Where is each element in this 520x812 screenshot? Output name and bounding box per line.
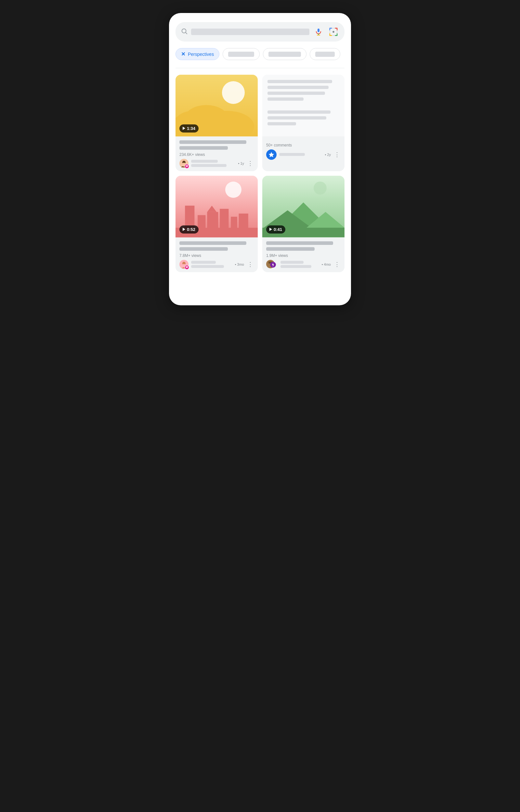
card-2-channel-lines (279, 153, 322, 156)
remove-filter-icon: ✕ (181, 51, 185, 57)
card-1-channel-sub (191, 164, 227, 167)
filter-chips: ✕ Perspectives (176, 48, 344, 60)
card-1-thumbnail: 1:34 (176, 75, 258, 136)
card-1-time: • 1y (238, 162, 244, 165)
card-3[interactable]: 0:52 7.8M+ views (176, 176, 258, 272)
card-1-avatar (179, 159, 188, 168)
search-input[interactable] (191, 29, 309, 35)
card-4-title-line-2 (266, 247, 315, 251)
search-bar[interactable] (176, 22, 344, 41)
video-badge-4: 0:41 (266, 225, 285, 233)
filter-chip-2[interactable] (223, 48, 260, 60)
chip-placeholder-3 (315, 52, 335, 57)
card-2-avatar (266, 149, 277, 160)
card-3-channel-name (191, 261, 216, 264)
card-1-footer: • 1y ⋮ (179, 159, 254, 168)
card-2-channel-name (279, 153, 305, 156)
card-2[interactable]: 50+ comments • 2y ⋮ (262, 75, 344, 171)
cards-grid: 1:34 234.6K+ views (176, 75, 344, 272)
card-4-avatar-secondary (270, 262, 279, 271)
card-1-title-line-1 (179, 140, 246, 144)
search-icon (181, 28, 188, 36)
card-3-footer: • 3mo ⋮ (179, 260, 254, 269)
card-2-footer: • 2y ⋮ (266, 149, 341, 160)
card-4-channel-lines (281, 261, 319, 268)
mountain-circle (314, 181, 327, 195)
play-icon-1 (183, 127, 185, 130)
chip-placeholder-1 (228, 52, 254, 57)
card-2-time: • 2y (325, 153, 331, 157)
card-3-views: 7.8M+ views (179, 253, 254, 258)
chip-placeholder-2 (268, 52, 301, 57)
card-1-more-button[interactable]: ⋮ (247, 160, 254, 167)
article-line-1 (267, 80, 332, 83)
card-4-thumbnail: 0:41 (262, 176, 344, 237)
duration-3: 0:52 (187, 227, 195, 232)
article-line-5 (267, 110, 331, 114)
card-4-footer: • 4mo ⋮ (266, 260, 341, 269)
city-moon (225, 181, 241, 198)
card-4-body: 1.9M+ views (262, 237, 344, 272)
duration-4: 0:41 (274, 227, 282, 232)
card-3-title-line-1 (179, 241, 246, 245)
card-3-title-line-2 (179, 247, 228, 251)
card-4-avatar-stack (266, 260, 278, 269)
article-line-7 (267, 122, 296, 125)
search-actions (313, 26, 339, 38)
svg-line-1 (186, 32, 187, 34)
card-3-channel-sub (191, 265, 224, 268)
mic-button[interactable] (313, 26, 324, 38)
perspectives-chip[interactable]: ✕ Perspectives (176, 48, 219, 60)
card-4-channel-sub (281, 265, 311, 268)
lens-button[interactable] (328, 26, 339, 38)
card-4-channel-name (281, 261, 304, 264)
card-2-thumbnail (262, 75, 344, 136)
svg-rect-2 (317, 29, 319, 32)
video-badge-3: 0:52 (179, 225, 199, 233)
svg-marker-18 (207, 205, 216, 212)
card-4-views: 1.9M+ views (266, 253, 341, 258)
duration-1: 1:34 (187, 126, 195, 131)
phone-container: ✕ Perspectives (169, 13, 351, 305)
article-line-2 (267, 86, 329, 89)
card-1[interactable]: 1:34 234.6K+ views (176, 75, 258, 171)
card-4-more-button[interactable]: ⋮ (334, 261, 341, 268)
svg-point-6 (333, 31, 334, 33)
card-2-comments: 50+ comments (266, 143, 341, 147)
card-4-title-line-1 (266, 241, 333, 245)
article-line-6 (267, 116, 326, 119)
card-3-time: • 3mo (235, 262, 244, 266)
card-3-badge (185, 265, 189, 270)
card-3-avatar (179, 260, 188, 269)
article-line-4 (267, 97, 304, 101)
card-1-views: 234.6K+ views (179, 152, 254, 157)
card-1-title-line-2 (179, 146, 228, 150)
card-2-body: 50+ comments • 2y ⋮ (262, 136, 344, 163)
svg-marker-14 (269, 152, 274, 157)
filter-chip-3[interactable] (263, 48, 307, 60)
section-divider (176, 68, 344, 68)
card-4[interactable]: 0:41 1.9M+ views (262, 176, 344, 272)
card-2-more-button[interactable]: ⋮ (334, 151, 341, 158)
card-3-channel-lines (191, 261, 232, 268)
card-3-more-button[interactable]: ⋮ (247, 261, 254, 268)
article-line-3 (267, 92, 325, 95)
card-3-body: 7.8M+ views (176, 237, 258, 272)
filter-chip-4[interactable] (310, 48, 340, 60)
play-icon-3 (183, 228, 185, 231)
card-4-time: • 4mo (322, 262, 331, 266)
play-icon-4 (269, 228, 272, 231)
card-3-thumbnail: 0:52 (176, 176, 258, 237)
card-1-channel-name (191, 160, 218, 163)
card-1-channel-lines (191, 160, 235, 167)
perspectives-chip-label: Perspectives (188, 52, 214, 57)
card-1-badge (185, 164, 189, 169)
svg-point-32 (268, 261, 270, 263)
video-badge-1: 1:34 (179, 124, 199, 133)
card-1-body: 234.6K+ views (176, 136, 258, 171)
